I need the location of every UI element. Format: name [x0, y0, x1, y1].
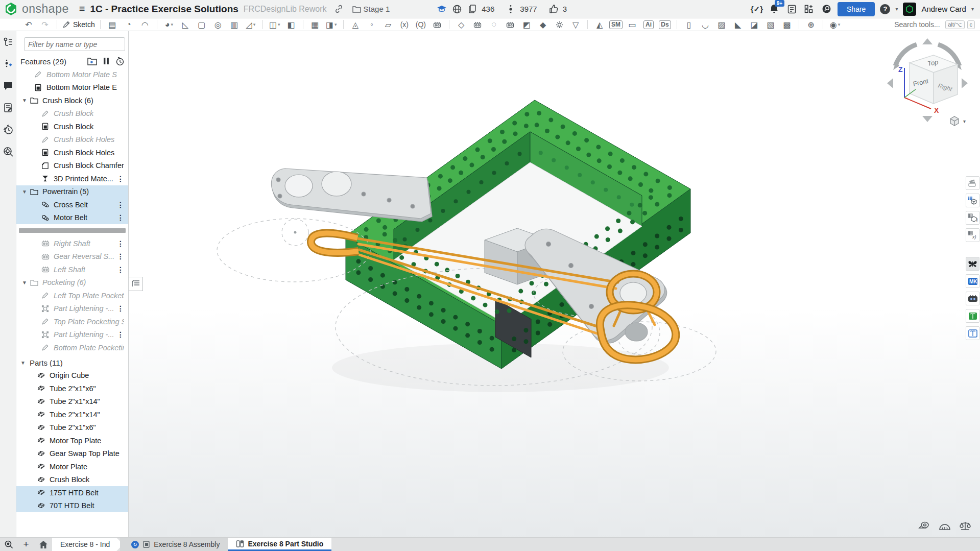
part-row-4[interactable]: Tube 2"x1"x6" — [16, 421, 128, 435]
tool-gear-icon[interactable] — [553, 19, 566, 31]
view-options-cube-icon[interactable] — [949, 115, 960, 127]
feature-row-14[interactable]: Gear Reversal S...⋮ — [16, 250, 128, 263]
tool-rib-icon[interactable]: ▥ — [228, 19, 241, 31]
tool-search-pin-icon[interactable]: ◌ — [487, 19, 500, 31]
tool-frc-robot-icon[interactable] — [471, 19, 484, 31]
tool-revolve-icon[interactable]: ◔ — [122, 19, 135, 31]
part-row-10[interactable]: 70T HTD Belt — [16, 499, 128, 513]
tool-chamfer-icon[interactable]: ◺ — [179, 19, 192, 31]
tool-mirror-icon[interactable]: ◨▾ — [325, 19, 338, 31]
feature-menu-dots-icon[interactable]: ⋮ — [117, 239, 124, 248]
tool-redo-icon[interactable]: ↷ — [38, 19, 52, 31]
feature-row-21[interactable]: Bottom Plate Pocketing... — [16, 341, 128, 354]
feature-menu-dots-icon[interactable]: ⋮ — [117, 330, 124, 339]
feature-row-7[interactable]: Crush Block Chamfer — [16, 159, 128, 173]
search-in-document-icon[interactable] — [3, 146, 14, 157]
app-store-icon[interactable] — [803, 3, 815, 15]
rollback-bar[interactable] — [19, 228, 126, 233]
parts-caret-icon[interactable]: ▼ — [20, 360, 26, 366]
feature-row-8[interactable]: 3D Printed Mate...⋮ — [16, 172, 128, 185]
avatar[interactable] — [903, 3, 916, 16]
tool-extrude-icon[interactable]: ▤ — [106, 19, 119, 31]
tool-fillet-chevron-icon[interactable]: ▾ — [171, 22, 173, 27]
create-folder-icon[interactable] — [87, 57, 97, 65]
suppress-pause-icon[interactable] — [103, 57, 109, 65]
tool-transform-icon[interactable]: ◆ — [536, 19, 549, 31]
tool-gusset-icon[interactable]: ◣ — [731, 19, 745, 31]
create-version-icon[interactable] — [3, 58, 14, 69]
feature-row-17[interactable]: Left Top Plate Pocketing — [16, 289, 128, 302]
workspace-location[interactable]: Stage 1 — [352, 5, 390, 13]
search-tools-input[interactable] — [894, 20, 943, 30]
tool-origin-target-icon[interactable]: ⊕ — [804, 19, 818, 31]
part-row-8[interactable]: Crush Block — [16, 473, 128, 487]
tool-sketch-icon[interactable]: Sketch — [62, 19, 95, 31]
tool-sweep-icon[interactable]: ◠ — [138, 19, 152, 31]
tool-filter-triangle-icon[interactable]: ▽ — [569, 19, 582, 31]
part-row-5[interactable]: Motor Top Plate — [16, 434, 128, 447]
appearance-panel-icon[interactable] — [966, 176, 979, 190]
tab-exercise-8-part-studio[interactable]: Exercise 8 Part Studio — [228, 538, 331, 551]
tool-hole-icon[interactable]: ◎ — [211, 19, 225, 31]
tool-shell-icon[interactable]: ▢ — [195, 19, 208, 31]
tool-weld-icon[interactable]: ◡ — [699, 19, 712, 31]
mk-app-icon[interactable]: MK — [966, 274, 979, 288]
tool-selection-tools-chevron-icon[interactable]: ▾ — [838, 22, 841, 27]
release-notes-icon[interactable] — [3, 102, 14, 113]
tool-configurations-icon[interactable]: (Q) — [414, 19, 427, 31]
likes-icon[interactable] — [547, 3, 560, 15]
tool-tube-cut-icon[interactable]: ▨ — [715, 19, 728, 31]
notifications-bell-icon[interactable]: 9+ — [768, 3, 780, 15]
tool-plane-icon[interactable]: ▱ — [381, 19, 395, 31]
part-row-6[interactable]: Gear Swap Top Plate — [16, 447, 128, 461]
feature-row-6[interactable]: Crush Block Holes — [16, 146, 128, 159]
learning-center-icon[interactable] — [820, 3, 832, 15]
tool-fillet-icon[interactable]: ◕▾ — [162, 19, 176, 31]
butterfly-app-icon[interactable] — [966, 257, 979, 271]
blue-book-app-icon[interactable] — [966, 326, 979, 340]
part-row-3[interactable]: Tube 2"x1"x14" — [16, 408, 128, 421]
tool-sheet-metal-icon[interactable]: SM — [609, 19, 623, 31]
feature-menu-dots-icon[interactable]: ⋮ — [117, 304, 124, 313]
help-caret-icon[interactable]: ▾ — [895, 6, 898, 12]
tool-point-icon[interactable]: ◦ — [365, 19, 378, 31]
feature-row-2[interactable]: ▼Crush Block (6) — [16, 94, 128, 107]
help-button[interactable]: ? — [880, 4, 890, 14]
share-button[interactable]: Share — [838, 2, 875, 16]
feature-menu-dots-icon[interactable]: ⋮ — [117, 252, 124, 260]
copies-icon[interactable] — [466, 3, 479, 15]
public-globe-icon[interactable] — [451, 3, 463, 15]
new-tab-button[interactable]: + — [17, 538, 35, 551]
feature-row-18[interactable]: Part Lightening -...⋮ — [16, 302, 128, 316]
versions-history-icon[interactable] — [3, 36, 14, 47]
feature-scripts-icon[interactable]: {✓} — [751, 5, 763, 14]
feature-row-5[interactable]: Crush Block Holes — [16, 133, 128, 147]
part-row-0[interactable]: Origin Cube — [16, 369, 128, 382]
filter-input[interactable] — [24, 37, 125, 51]
tool-boolean-icon[interactable]: ◫▾ — [268, 19, 281, 31]
feature-row-19[interactable]: Top Plate Pocketing Sk... — [16, 315, 128, 328]
tool-draft-icon[interactable]: ◿▾ — [244, 19, 257, 31]
tab-exercise-8-assembly[interactable]: ↻Exercise 8 Assembly — [120, 538, 228, 551]
link-icon[interactable] — [333, 3, 345, 15]
tool-frc-robot-2-icon[interactable] — [504, 19, 517, 31]
robot-app-icon[interactable] — [966, 292, 979, 305]
feature-row-16[interactable]: ▼Pocketing (6) — [16, 276, 128, 290]
mass-properties-icon[interactable] — [959, 520, 972, 532]
green-book-app-icon[interactable] — [966, 309, 979, 323]
tool-split-icon[interactable]: ◧ — [284, 19, 298, 31]
history-icon[interactable] — [3, 124, 14, 135]
feature-row-20[interactable]: Part Lightening -...⋮ — [16, 328, 128, 342]
feature-row-0[interactable]: Bottom Motor Plate Sk... — [16, 68, 128, 81]
expand-caret-icon[interactable]: ▼ — [22, 98, 27, 103]
tool-helix-icon[interactable]: ◬ — [349, 19, 362, 31]
version-dots-icon[interactable] — [505, 3, 517, 15]
expand-caret-icon[interactable]: ▼ — [22, 280, 27, 285]
tool-bend-icon[interactable]: ▭ — [626, 19, 639, 31]
view-options-caret-icon[interactable]: ▾ — [963, 118, 966, 124]
feature-menu-dots-icon[interactable]: ⋮ — [117, 266, 124, 274]
feature-row-11[interactable]: Motor Belt⋮ — [16, 211, 128, 225]
configuration-table-icon[interactable]: } — [966, 211, 979, 225]
tool-undo-icon[interactable]: ↶ — [22, 19, 35, 31]
selection-flyout-button[interactable] — [129, 277, 143, 291]
